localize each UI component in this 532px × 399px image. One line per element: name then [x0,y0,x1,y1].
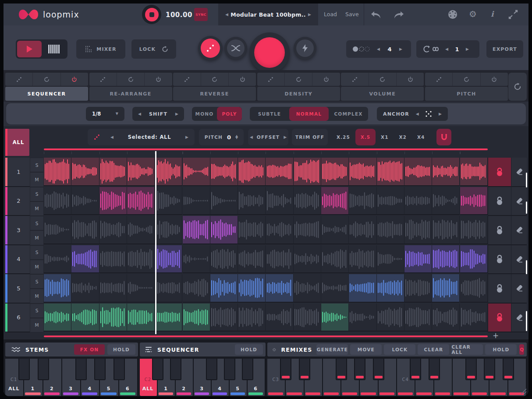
step-cell[interactable] [210,187,238,215]
midi-icon[interactable] [448,10,458,19]
step-cell[interactable] [294,216,321,244]
sync-button[interactable]: SYNC [194,8,208,21]
step-cell[interactable] [349,274,376,303]
anchor-prev-icon[interactable]: ◀ [416,112,419,116]
refresh-icon[interactable] [212,77,217,82]
step-cell[interactable] [294,304,321,332]
mute-button[interactable]: M [30,318,44,332]
step-cell[interactable] [460,245,488,274]
tab-volume[interactable]: VOLUME [341,87,424,101]
anchor-next-icon[interactable]: ▶ [439,112,442,116]
step-cell[interactable] [71,274,99,303]
step-cell[interactable] [155,158,182,186]
track-erase-button[interactable] [511,304,527,333]
lock-icon[interactable] [496,284,504,293]
eraser-icon[interactable] [515,314,523,321]
step-cell[interactable] [404,158,432,186]
step-cell[interactable] [432,304,460,332]
loop-prev-icon[interactable]: ◀ [445,47,448,51]
black-key[interactable] [336,359,347,380]
track-erase-button[interactable] [511,158,527,187]
eraser-icon[interactable] [515,168,523,176]
step-cell[interactable] [183,187,210,215]
power-icon[interactable] [156,77,161,82]
stems-fx-toggle[interactable]: FX ON [74,344,105,355]
tab-density[interactable]: DENSITY [257,87,340,101]
black-key[interactable] [373,359,384,380]
loop-value[interactable]: 1 [448,46,466,53]
refresh-icon[interactable] [44,77,50,82]
step-cell[interactable] [71,187,99,215]
step-cell[interactable] [44,304,71,332]
track-lock-button[interactable] [488,187,511,216]
shuffle-button[interactable] [224,37,247,60]
black-key[interactable] [484,359,495,380]
loop-range-bar-top[interactable] [44,148,488,150]
tab-sequencer[interactable]: SEQUENCER [5,87,88,101]
speed-x.25[interactable]: X.25 [331,129,355,145]
rate-dropdown[interactable]: 1/8 ▼ [86,107,124,121]
solo-button[interactable]: S [30,245,44,260]
lock-icon[interactable] [496,254,504,264]
step-cell[interactable] [432,274,460,303]
step-cell[interactable] [44,245,71,274]
scrollbar-segment[interactable] [526,311,527,331]
option-poly[interactable]: POLY [217,107,242,121]
power-icon[interactable] [71,77,77,82]
step-cell[interactable] [321,245,349,274]
corner-resize-grip-icon[interactable] [521,388,527,395]
pattern-value[interactable]: 4 [380,46,399,53]
scrollbar-segment[interactable] [526,173,527,187]
step-cell[interactable] [44,274,71,303]
step-cell[interactable] [71,304,99,332]
stop-button[interactable] [142,5,161,24]
step-cell[interactable] [210,216,238,244]
solo-button[interactable]: S [30,187,44,201]
speed-x4[interactable]: X4 [412,129,430,145]
step-cell[interactable] [183,245,210,274]
play-button[interactable] [17,41,42,57]
select-all-tracks-button[interactable]: ALL [5,129,29,156]
mute-button[interactable]: M [30,230,44,245]
dice-icon[interactable] [268,77,273,82]
loop-next-icon[interactable]: ▶ [466,47,469,51]
track-lock-button[interactable] [488,274,511,304]
step-cell[interactable] [349,304,376,332]
step-cell[interactable] [71,245,99,274]
black-key[interactable] [75,359,87,380]
solo-button[interactable]: S [30,274,44,289]
step-cell[interactable] [460,216,488,244]
step-cell[interactable] [238,216,266,244]
loop-range-bar-bottom[interactable] [44,335,488,337]
tab-refresh-button[interactable] [117,73,144,86]
eraser-icon[interactable] [515,226,523,234]
step-cell[interactable] [404,245,432,274]
track-erase-button[interactable] [511,216,527,245]
scrollbar-segment[interactable] [526,260,527,274]
track-number[interactable]: 6 [7,304,30,333]
mixer-button[interactable]: MIXER [76,39,125,59]
power-icon[interactable] [408,77,413,82]
power-icon[interactable] [323,77,329,82]
step-cell[interactable] [349,245,376,274]
dice-icon[interactable] [100,77,106,82]
step-cell[interactable] [127,216,155,244]
remix-lock-button[interactable]: LOCK [384,344,415,355]
lock-icon[interactable] [496,226,504,235]
step-cell[interactable] [294,274,321,303]
step-cell[interactable] [266,187,293,215]
black-key[interactable] [410,359,421,380]
track-lock-button[interactable] [488,304,511,333]
step-cell[interactable] [377,187,404,215]
step-cell[interactable] [349,158,376,186]
settings-gear-icon[interactable]: ⚙ [469,9,477,19]
step-cell[interactable] [183,158,210,186]
lock-icon[interactable] [496,167,504,177]
step-cell[interactable] [155,245,182,274]
black-key[interactable] [242,359,253,380]
step-cell[interactable] [238,187,266,215]
pattern-prev-icon[interactable]: ◀ [377,47,380,51]
preset-name[interactable]: Modular Beat 100bpm.. [231,11,306,18]
tab-pitch[interactable]: PITCH [425,87,508,101]
step-cell[interactable] [377,158,404,186]
